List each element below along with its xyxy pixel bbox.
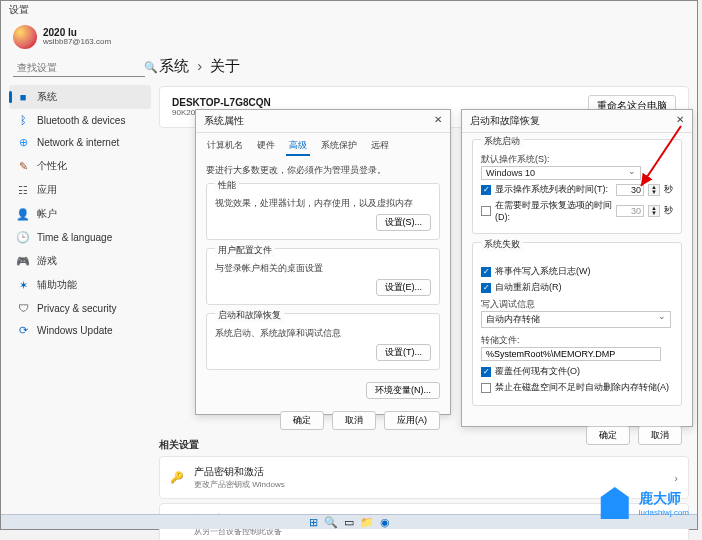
sidebar-item-bluetooth[interactable]: ᛒBluetooth & devices (9, 109, 151, 131)
startup-recovery-dialog: 启动和故障恢复 ✕ 系统启动 默认操作系统(S): Windows 10 ✓ 显… (461, 109, 693, 427)
sidebar-item-accessibility-icon: ✶ (17, 279, 29, 292)
nav-label: Network & internet (37, 137, 119, 148)
failure-group: 系统失败 ✓将事件写入系统日志(W) ✓自动重新启动(R) 写入调试信息 自动内… (472, 242, 682, 406)
sidebar-item-system[interactable]: ■系统 (9, 85, 151, 109)
sysprops-cancel[interactable]: 取消 (332, 411, 376, 430)
sysprops-tab[interactable]: 高级 (286, 137, 310, 156)
show-os-list-spin[interactable]: ▲▼ (648, 184, 660, 196)
search-input[interactable] (17, 62, 144, 73)
show-os-list-seconds[interactable]: 30 (616, 184, 644, 196)
dump-file-input[interactable] (481, 347, 661, 361)
search-box[interactable]: 🔍 (13, 59, 145, 77)
default-os-label: 默认操作系统(S): (481, 153, 673, 166)
sidebar-item-accessibility[interactable]: ✶辅助功能 (9, 273, 151, 297)
overwrite-label: 覆盖任何现有文件(O) (495, 365, 673, 378)
sysprops-tabs: 计算机名硬件高级系统保护远程 (196, 133, 450, 156)
write-event-label: 将事件写入系统日志(W) (495, 265, 673, 278)
perf-group: 性能 视觉效果，处理器计划，内存使用，以及虚拟内存 设置(S)... (206, 183, 440, 240)
nav-label: Privacy & security (37, 303, 116, 314)
search-taskbar-icon[interactable]: 🔍 (324, 516, 338, 529)
user-block[interactable]: 2020 lu wslbb87@163.com (43, 27, 111, 47)
sidebar: 🔍 ■系统ᛒBluetooth & devices⊕Network & inte… (1, 51, 151, 519)
show-recovery-seconds[interactable]: 30 (616, 205, 644, 217)
default-os-select[interactable]: Windows 10 (481, 166, 641, 180)
row-activation-icon: 🔑 (170, 471, 184, 484)
show-recovery-spin[interactable]: ▲▼ (648, 205, 660, 217)
sidebar-item-apps[interactable]: ☷应用 (9, 178, 151, 202)
start-icon[interactable]: ⊞ (309, 516, 318, 529)
show-os-list-checkbox[interactable]: ✓ (481, 185, 491, 195)
debug-info-select[interactable]: 自动内存转储 (481, 311, 671, 328)
show-recovery-checkbox[interactable] (481, 206, 491, 216)
sidebar-item-time[interactable]: 🕒Time & language (9, 226, 151, 249)
boot-group: 系统启动 默认操作系统(S): Windows 10 ✓ 显示操作系统列表的时间… (472, 139, 682, 234)
sidebar-item-personalization[interactable]: ✎个性化 (9, 154, 151, 178)
overwrite-checkbox[interactable]: ✓ (481, 367, 491, 377)
profiles-title: 用户配置文件 (215, 244, 275, 257)
sidebar-item-time-icon: 🕒 (17, 231, 29, 244)
avatar[interactable] (13, 25, 37, 49)
startup-title: 启动和故障恢复 (215, 309, 284, 322)
nav-label: 辅助功能 (37, 278, 77, 292)
dump-file-label: 转储文件: (481, 334, 673, 347)
auto-restart-label: 自动重新启动(R) (495, 281, 673, 294)
perf-desc: 视觉效果，处理器计划，内存使用，以及虚拟内存 (215, 197, 431, 210)
recovery-ok[interactable]: 确定 (586, 426, 630, 445)
sidebar-item-update[interactable]: ⟳Windows Update (9, 319, 151, 342)
sidebar-item-personalization-icon: ✎ (17, 160, 29, 173)
header: 2020 lu wslbb87@163.com (1, 21, 697, 51)
breadcrumb-leaf: 关于 (210, 57, 240, 74)
profiles-desc: 与登录帐户相关的桌面设置 (215, 262, 431, 275)
breadcrumb-root[interactable]: 系统 (159, 57, 189, 74)
nav-label: Time & language (37, 232, 112, 243)
profiles-settings-button[interactable]: 设置(E)... (376, 279, 432, 296)
show-os-list-label: 显示操作系统列表的时间(T): (495, 183, 612, 196)
explorer-icon[interactable]: 📁 (360, 516, 374, 529)
nav-label: 应用 (37, 183, 57, 197)
close-icon[interactable]: ✕ (434, 114, 442, 128)
sysprops-tab[interactable]: 硬件 (254, 137, 278, 156)
sysprops-title: 系统属性 (204, 114, 244, 128)
sysprops-tab[interactable]: 远程 (368, 137, 392, 156)
nav-label: Bluetooth & devices (37, 115, 125, 126)
failure-title: 系统失败 (481, 238, 523, 251)
breadcrumb-sep: › (197, 57, 202, 74)
perf-title: 性能 (215, 179, 239, 192)
env-vars-button[interactable]: 环境变量(N)... (366, 382, 440, 399)
sidebar-item-network[interactable]: ⊕Network & internet (9, 131, 151, 154)
edge-icon[interactable]: ◉ (380, 516, 390, 529)
sidebar-item-privacy[interactable]: 🛡Privacy & security (9, 297, 151, 319)
nav-label: Windows Update (37, 325, 113, 336)
chevron-right-icon: › (674, 472, 678, 484)
profiles-group: 用户配置文件 与登录帐户相关的桌面设置 设置(E)... (206, 248, 440, 305)
auto-restart-checkbox[interactable]: ✓ (481, 283, 491, 293)
nav-label: 个性化 (37, 159, 67, 173)
sidebar-item-network-icon: ⊕ (17, 136, 29, 149)
sysprops-ok[interactable]: 确定 (280, 411, 324, 430)
sidebar-item-accounts[interactable]: 👤帐户 (9, 202, 151, 226)
sidebar-item-system-icon: ■ (17, 91, 29, 103)
perf-settings-button[interactable]: 设置(S)... (376, 214, 432, 231)
sidebar-item-gaming[interactable]: 🎮游戏 (9, 249, 151, 273)
sysprops-tab[interactable]: 系统保护 (318, 137, 360, 156)
write-event-checkbox[interactable]: ✓ (481, 267, 491, 277)
recovery-cancel[interactable]: 取消 (638, 426, 682, 445)
recovery-title: 启动和故障恢复 (470, 114, 540, 128)
watermark: 鹿大师 ludashiwj.com (595, 483, 689, 523)
sec-unit: 秒 (664, 204, 673, 217)
startup-settings-button[interactable]: 设置(T)... (376, 344, 431, 361)
user-email: wslbb87@163.com (43, 38, 111, 47)
sidebar-item-apps-icon: ☷ (17, 184, 29, 197)
close-icon[interactable]: ✕ (676, 114, 684, 128)
sysprops-apply[interactable]: 应用(A) (384, 411, 440, 430)
taskbar[interactable]: ⊞ 🔍 ▭ 📁 ◉ (1, 514, 697, 529)
sysprops-tab[interactable]: 计算机名 (204, 137, 246, 156)
settings-window: 设置 2020 lu wslbb87@163.com 🔍 ■系统ᛒBluetoo… (0, 0, 698, 530)
sidebar-item-gaming-icon: 🎮 (17, 255, 29, 268)
nav-label: 系统 (37, 90, 57, 104)
sidebar-item-bluetooth-icon: ᛒ (17, 114, 29, 126)
taskview-icon[interactable]: ▭ (344, 516, 354, 529)
nav-label: 帐户 (37, 207, 57, 221)
disable-auto-delete-checkbox[interactable] (481, 383, 491, 393)
watermark-logo-icon (595, 483, 635, 523)
